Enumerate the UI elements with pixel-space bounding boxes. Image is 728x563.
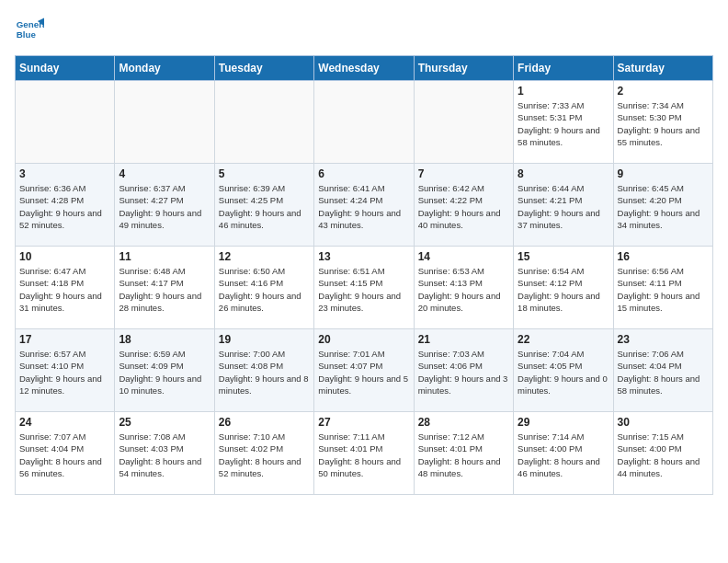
- calendar-cell: 28Sunrise: 7:12 AM Sunset: 4:01 PM Dayli…: [414, 412, 513, 495]
- day-number: 21: [418, 333, 509, 346]
- day-number: 25: [119, 416, 210, 429]
- day-info: Sunrise: 6:36 AM Sunset: 4:28 PM Dayligh…: [19, 182, 110, 231]
- calendar-cell: [214, 81, 313, 164]
- calendar-table: SundayMondayTuesdayWednesdayThursdayFrid…: [15, 55, 713, 495]
- calendar-cell: 30Sunrise: 7:15 AM Sunset: 4:00 PM Dayli…: [613, 412, 712, 495]
- day-info: Sunrise: 7:07 AM Sunset: 4:04 PM Dayligh…: [19, 431, 110, 479]
- day-number: 13: [318, 250, 409, 263]
- day-number: 9: [618, 167, 709, 180]
- weekday-header-thursday: Thursday: [414, 56, 513, 81]
- day-number: 12: [219, 250, 310, 263]
- calendar-cell: 7Sunrise: 6:42 AM Sunset: 4:22 PM Daylig…: [414, 164, 513, 247]
- day-info: Sunrise: 6:45 AM Sunset: 4:20 PM Dayligh…: [618, 182, 709, 231]
- calendar-cell: 24Sunrise: 7:07 AM Sunset: 4:04 PM Dayli…: [16, 412, 115, 495]
- day-info: Sunrise: 7:01 AM Sunset: 4:07 PM Dayligh…: [318, 348, 409, 396]
- day-number: 24: [19, 416, 110, 429]
- day-info: Sunrise: 6:59 AM Sunset: 4:09 PM Dayligh…: [119, 348, 210, 396]
- calendar-cell: 15Sunrise: 6:54 AM Sunset: 4:12 PM Dayli…: [514, 247, 613, 329]
- calendar-cell: 14Sunrise: 6:53 AM Sunset: 4:13 PM Dayli…: [414, 247, 513, 329]
- day-info: Sunrise: 6:53 AM Sunset: 4:13 PM Dayligh…: [418, 265, 509, 314]
- day-number: 15: [518, 250, 609, 263]
- day-number: 14: [418, 250, 509, 263]
- day-number: 26: [219, 416, 310, 429]
- day-number: 30: [618, 416, 709, 429]
- day-info: Sunrise: 6:41 AM Sunset: 4:24 PM Dayligh…: [318, 182, 409, 231]
- day-info: Sunrise: 6:56 AM Sunset: 4:11 PM Dayligh…: [618, 265, 709, 314]
- svg-text:Blue: Blue: [17, 29, 37, 40]
- calendar-cell: 26Sunrise: 7:10 AM Sunset: 4:02 PM Dayli…: [214, 412, 313, 495]
- calendar-cell: 6Sunrise: 6:41 AM Sunset: 4:24 PM Daylig…: [314, 164, 414, 247]
- day-number: 17: [19, 333, 110, 346]
- day-info: Sunrise: 6:57 AM Sunset: 4:10 PM Dayligh…: [19, 348, 110, 396]
- day-number: 28: [418, 416, 509, 429]
- day-info: Sunrise: 7:00 AM Sunset: 4:08 PM Dayligh…: [219, 348, 310, 396]
- calendar-cell: 11Sunrise: 6:48 AM Sunset: 4:17 PM Dayli…: [115, 247, 214, 329]
- logo: General Blue: [15, 15, 48, 44]
- calendar-cell: 3Sunrise: 6:36 AM Sunset: 4:28 PM Daylig…: [16, 164, 115, 247]
- day-number: 23: [618, 333, 709, 346]
- day-info: Sunrise: 7:14 AM Sunset: 4:00 PM Dayligh…: [518, 431, 609, 479]
- day-number: 11: [119, 250, 210, 263]
- calendar-cell: 1Sunrise: 7:33 AM Sunset: 5:31 PM Daylig…: [514, 81, 613, 164]
- day-info: Sunrise: 7:34 AM Sunset: 5:30 PM Dayligh…: [618, 99, 709, 148]
- calendar-cell: 22Sunrise: 7:04 AM Sunset: 4:05 PM Dayli…: [514, 329, 613, 412]
- day-info: Sunrise: 6:39 AM Sunset: 4:25 PM Dayligh…: [219, 182, 310, 231]
- day-number: 8: [518, 167, 609, 180]
- day-number: 16: [618, 250, 709, 263]
- logo-icon: General Blue: [15, 15, 44, 44]
- calendar-week-row: 24Sunrise: 7:07 AM Sunset: 4:04 PM Dayli…: [16, 412, 713, 495]
- calendar-cell: [115, 81, 214, 164]
- calendar-cell: 12Sunrise: 6:50 AM Sunset: 4:16 PM Dayli…: [214, 247, 313, 329]
- calendar-week-row: 10Sunrise: 6:47 AM Sunset: 4:18 PM Dayli…: [16, 247, 713, 329]
- day-number: 2: [618, 85, 709, 98]
- day-info: Sunrise: 7:11 AM Sunset: 4:01 PM Dayligh…: [318, 431, 409, 479]
- day-info: Sunrise: 6:47 AM Sunset: 4:18 PM Dayligh…: [19, 265, 110, 314]
- page-header: General Blue: [15, 15, 713, 44]
- day-info: Sunrise: 7:15 AM Sunset: 4:00 PM Dayligh…: [618, 431, 709, 479]
- day-number: 6: [318, 167, 409, 180]
- day-info: Sunrise: 6:42 AM Sunset: 4:22 PM Dayligh…: [418, 182, 509, 231]
- calendar-cell: 16Sunrise: 6:56 AM Sunset: 4:11 PM Dayli…: [613, 247, 712, 329]
- day-info: Sunrise: 7:33 AM Sunset: 5:31 PM Dayligh…: [518, 99, 609, 148]
- calendar-cell: [414, 81, 513, 164]
- calendar-cell: 20Sunrise: 7:01 AM Sunset: 4:07 PM Dayli…: [314, 329, 414, 412]
- day-info: Sunrise: 7:12 AM Sunset: 4:01 PM Dayligh…: [418, 431, 509, 479]
- day-info: Sunrise: 6:37 AM Sunset: 4:27 PM Dayligh…: [119, 182, 210, 231]
- calendar-cell: 4Sunrise: 6:37 AM Sunset: 4:27 PM Daylig…: [115, 164, 214, 247]
- weekday-header-friday: Friday: [514, 56, 613, 81]
- calendar-cell: 9Sunrise: 6:45 AM Sunset: 4:20 PM Daylig…: [613, 164, 712, 247]
- weekday-header-saturday: Saturday: [613, 56, 712, 81]
- calendar-cell: [314, 81, 414, 164]
- calendar-cell: 19Sunrise: 7:00 AM Sunset: 4:08 PM Dayli…: [214, 329, 313, 412]
- day-number: 3: [19, 167, 110, 180]
- calendar-cell: 21Sunrise: 7:03 AM Sunset: 4:06 PM Dayli…: [414, 329, 513, 412]
- day-number: 5: [219, 167, 310, 180]
- calendar-cell: 13Sunrise: 6:51 AM Sunset: 4:15 PM Dayli…: [314, 247, 414, 329]
- calendar-cell: 27Sunrise: 7:11 AM Sunset: 4:01 PM Dayli…: [314, 412, 414, 495]
- day-info: Sunrise: 6:50 AM Sunset: 4:16 PM Dayligh…: [219, 265, 310, 314]
- calendar-cell: 29Sunrise: 7:14 AM Sunset: 4:00 PM Dayli…: [514, 412, 613, 495]
- calendar-cell: 8Sunrise: 6:44 AM Sunset: 4:21 PM Daylig…: [514, 164, 613, 247]
- calendar-cell: 23Sunrise: 7:06 AM Sunset: 4:04 PM Dayli…: [613, 329, 712, 412]
- day-number: 20: [318, 333, 409, 346]
- calendar-cell: 25Sunrise: 7:08 AM Sunset: 4:03 PM Dayli…: [115, 412, 214, 495]
- day-number: 29: [518, 416, 609, 429]
- day-number: 7: [418, 167, 509, 180]
- calendar-cell: 5Sunrise: 6:39 AM Sunset: 4:25 PM Daylig…: [214, 164, 313, 247]
- day-info: Sunrise: 6:44 AM Sunset: 4:21 PM Dayligh…: [518, 182, 609, 231]
- calendar-cell: 18Sunrise: 6:59 AM Sunset: 4:09 PM Dayli…: [115, 329, 214, 412]
- day-info: Sunrise: 6:48 AM Sunset: 4:17 PM Dayligh…: [119, 265, 210, 314]
- day-number: 27: [318, 416, 409, 429]
- calendar-week-row: 3Sunrise: 6:36 AM Sunset: 4:28 PM Daylig…: [16, 164, 713, 247]
- day-info: Sunrise: 7:08 AM Sunset: 4:03 PM Dayligh…: [119, 431, 210, 479]
- day-info: Sunrise: 7:04 AM Sunset: 4:05 PM Dayligh…: [518, 348, 609, 396]
- calendar-cell: 2Sunrise: 7:34 AM Sunset: 5:30 PM Daylig…: [613, 81, 712, 164]
- day-number: 4: [119, 167, 210, 180]
- day-info: Sunrise: 7:03 AM Sunset: 4:06 PM Dayligh…: [418, 348, 509, 396]
- day-info: Sunrise: 6:51 AM Sunset: 4:15 PM Dayligh…: [318, 265, 409, 314]
- calendar-week-row: 1Sunrise: 7:33 AM Sunset: 5:31 PM Daylig…: [16, 81, 713, 164]
- day-number: 1: [518, 85, 609, 98]
- day-number: 22: [518, 333, 609, 346]
- weekday-header-sunday: Sunday: [16, 56, 115, 81]
- weekday-header-row: SundayMondayTuesdayWednesdayThursdayFrid…: [16, 56, 713, 81]
